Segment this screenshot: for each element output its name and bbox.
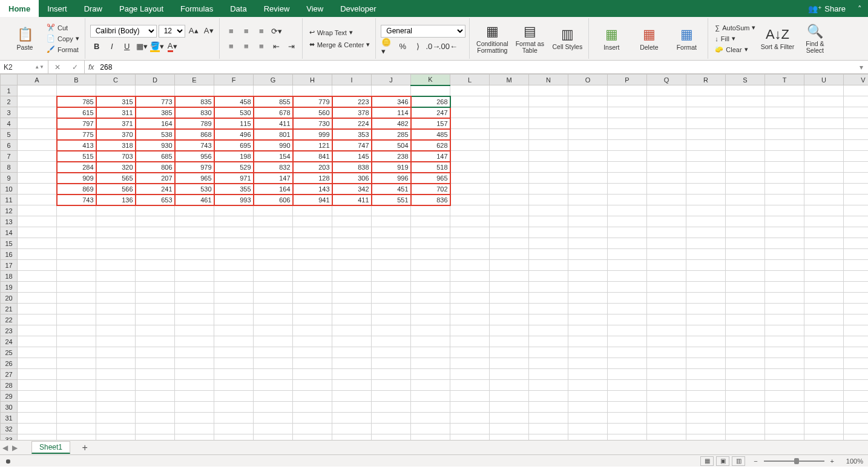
cell-O24[interactable] <box>568 336 608 347</box>
cell-K13[interactable] <box>411 216 450 227</box>
cell-V18[interactable] <box>844 271 869 282</box>
col-header-U[interactable]: U <box>804 75 844 85</box>
cell-N5[interactable] <box>529 129 568 140</box>
cell-L14[interactable] <box>450 227 490 238</box>
cell-C14[interactable] <box>96 227 136 238</box>
cell-F21[interactable] <box>214 304 254 314</box>
col-header-I[interactable]: I <box>332 75 372 85</box>
conditional-formatting-button[interactable]: ▦Conditional Formatting <box>475 24 510 54</box>
cell-V8[interactable] <box>844 162 869 173</box>
cell-M1[interactable] <box>490 85 529 96</box>
row-header-9[interactable]: 9 <box>1 173 18 184</box>
cell-O28[interactable] <box>568 380 608 391</box>
cell-H23[interactable] <box>293 325 332 336</box>
cell-I5[interactable]: 353 <box>332 129 372 140</box>
cell-C11[interactable]: 136 <box>96 195 136 205</box>
cell-G6[interactable]: 990 <box>254 140 293 151</box>
cell-N9[interactable] <box>529 173 568 184</box>
cell-B23[interactable] <box>57 325 96 336</box>
cell-R19[interactable] <box>686 282 726 293</box>
cell-C18[interactable] <box>96 271 136 282</box>
cell-B17[interactable] <box>57 260 96 271</box>
cell-H9[interactable]: 128 <box>293 173 332 184</box>
cell-E28[interactable] <box>175 380 214 391</box>
cell-M6[interactable] <box>490 140 529 151</box>
cell-P22[interactable] <box>608 314 647 325</box>
cell-L26[interactable] <box>450 358 490 369</box>
cell-I11[interactable]: 411 <box>332 195 372 205</box>
cell-S30[interactable] <box>726 402 765 413</box>
cell-B29[interactable] <box>57 391 96 402</box>
col-header-H[interactable]: H <box>293 75 332 85</box>
cell-L25[interactable] <box>450 347 490 358</box>
cell-C16[interactable] <box>96 249 136 260</box>
cell-H32[interactable] <box>293 424 332 434</box>
cell-J16[interactable] <box>372 249 411 260</box>
cell-P8[interactable] <box>608 162 647 173</box>
cell-A1[interactable] <box>18 85 57 96</box>
cell-K15[interactable] <box>411 238 450 249</box>
cell-U13[interactable] <box>804 216 844 227</box>
cell-O29[interactable] <box>568 391 608 402</box>
cell-O18[interactable] <box>568 271 608 282</box>
cell-M7[interactable] <box>490 151 529 162</box>
merge-center-button[interactable]: ⬌Merge & Center▾ <box>307 40 372 49</box>
cell-R25[interactable] <box>686 347 726 358</box>
cell-G19[interactable] <box>254 282 293 293</box>
cell-U5[interactable] <box>804 129 844 140</box>
cell-J9[interactable]: 996 <box>372 173 411 184</box>
col-header-T[interactable]: T <box>765 75 804 85</box>
cell-S15[interactable] <box>726 238 765 249</box>
cell-L15[interactable] <box>450 238 490 249</box>
cell-A16[interactable] <box>18 249 57 260</box>
format-painter-button[interactable]: 🖌️Format <box>45 45 81 54</box>
cell-A30[interactable] <box>18 402 57 413</box>
cell-N32[interactable] <box>529 424 568 434</box>
cell-E24[interactable] <box>175 336 214 347</box>
cell-B30[interactable] <box>57 402 96 413</box>
cell-J1[interactable] <box>372 85 411 96</box>
cell-Q28[interactable] <box>647 380 686 391</box>
cell-C26[interactable] <box>96 358 136 369</box>
cell-S13[interactable] <box>726 216 765 227</box>
tab-formulas[interactable]: Formulas <box>172 0 222 17</box>
row-header-11[interactable]: 11 <box>1 195 18 205</box>
cell-T30[interactable] <box>765 402 804 413</box>
cell-A10[interactable] <box>18 184 57 195</box>
cell-N10[interactable] <box>529 184 568 195</box>
col-header-C[interactable]: C <box>96 75 136 85</box>
cell-O3[interactable] <box>568 107 608 118</box>
cell-A13[interactable] <box>18 216 57 227</box>
cell-J23[interactable] <box>372 325 411 336</box>
cell-H6[interactable]: 121 <box>293 140 332 151</box>
cell-S19[interactable] <box>726 282 765 293</box>
cell-A22[interactable] <box>18 314 57 325</box>
cell-E4[interactable]: 789 <box>175 118 214 129</box>
cell-S28[interactable] <box>726 380 765 391</box>
cell-N8[interactable] <box>529 162 568 173</box>
cell-L18[interactable] <box>450 271 490 282</box>
cell-M12[interactable] <box>490 205 529 216</box>
cell-G26[interactable] <box>254 358 293 369</box>
cell-D32[interactable] <box>136 424 175 434</box>
cell-P31[interactable] <box>608 413 647 424</box>
row-header-2[interactable]: 2 <box>1 96 18 107</box>
cell-C13[interactable] <box>96 216 136 227</box>
zoom-level[interactable]: 100% <box>837 457 863 465</box>
cell-U28[interactable] <box>804 380 844 391</box>
cell-F30[interactable] <box>214 402 254 413</box>
zoom-out-button[interactable]: − <box>754 457 757 465</box>
cell-V3[interactable] <box>844 107 869 118</box>
cell-T31[interactable] <box>765 413 804 424</box>
cell-I8[interactable]: 838 <box>332 162 372 173</box>
cell-S23[interactable] <box>726 325 765 336</box>
cell-F12[interactable] <box>214 205 254 216</box>
cell-O2[interactable] <box>568 96 608 107</box>
find-select-button[interactable]: 🔍Find & Select <box>797 24 832 54</box>
cell-E9[interactable]: 965 <box>175 173 214 184</box>
cell-I26[interactable] <box>332 358 372 369</box>
cell-P13[interactable] <box>608 216 647 227</box>
decrease-indent-icon[interactable]: ⇤ <box>270 40 283 52</box>
cell-H27[interactable] <box>293 369 332 380</box>
cell-U1[interactable] <box>804 85 844 96</box>
